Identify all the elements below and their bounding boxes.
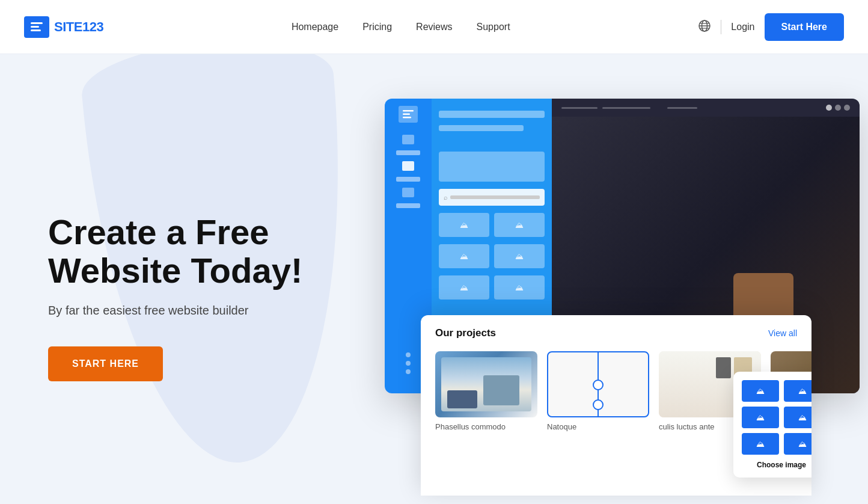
content-spacer <box>439 138 545 144</box>
dot-2 <box>835 105 841 111</box>
picker-thumb-4[interactable]: ⛰ <box>784 407 811 428</box>
project-thumb-2 <box>547 351 649 417</box>
sidebar-dots <box>406 352 411 386</box>
mountain-icon-3: ⛰ <box>756 413 765 422</box>
thumb-2[interactable]: ⛰ <box>494 213 545 237</box>
sidebar-check-3 <box>402 188 414 197</box>
thumb-5[interactable]: ⛰ <box>439 275 489 300</box>
globe-icon[interactable] <box>698 19 711 35</box>
hero-mockup: ⌕ ⛰ ⛰ ⛰ ⛰ ⛰ ⛰ <box>385 99 832 496</box>
dot-1 <box>826 105 832 111</box>
mountain-icon-6: ⛰ <box>798 439 807 449</box>
svg-rect-8 <box>403 110 414 112</box>
thumb-1[interactable]: ⛰ <box>439 213 489 237</box>
hero-content: Create a Free Website Today! By far the … <box>48 213 361 382</box>
preview-nav-bar <box>552 99 860 117</box>
picker-thumb-3[interactable]: ⛰ <box>742 407 779 428</box>
projects-title: Our projects <box>435 327 496 339</box>
svg-rect-0 <box>31 22 43 24</box>
site123-logo-icon <box>24 16 49 38</box>
thumb-6[interactable]: ⛰ <box>494 275 545 300</box>
header: SITE123 Homepage Pricing Reviews Support… <box>0 0 868 54</box>
mountain-icon-2: ⛰ <box>798 386 807 396</box>
login-link[interactable]: Login <box>731 22 754 32</box>
projects-header: Our projects View all <box>435 327 797 339</box>
sidebar-logo <box>399 106 418 123</box>
mountain-icon-5: ⛰ <box>756 439 765 449</box>
content-bar-1 <box>439 111 545 118</box>
svg-rect-1 <box>31 26 39 28</box>
content-placeholder <box>439 152 545 182</box>
logo[interactable]: SITE123 <box>24 16 103 38</box>
slider-handle-top[interactable] <box>593 380 604 390</box>
search-icon-small: ⌕ <box>444 194 448 201</box>
project-card-1: Phasellus commodo <box>435 351 537 431</box>
svg-rect-2 <box>31 29 41 31</box>
nav-pricing[interactable]: Pricing <box>362 22 392 32</box>
content-search[interactable]: ⌕ <box>439 189 545 206</box>
hero-subtitle: By far the easiest free website builder <box>48 304 361 318</box>
project-card-2[interactable]: Natoque <box>547 351 649 431</box>
nav-support[interactable]: Support <box>477 22 510 32</box>
logo-numbers: 123 <box>82 19 103 34</box>
hero-cta-button[interactable]: START HERE <box>48 346 163 381</box>
projects-panel: Our projects View all Phasellus commodo <box>421 315 811 496</box>
picker-thumb-2[interactable]: ⛰ <box>784 380 811 402</box>
search-bar-line <box>450 195 540 199</box>
content-grid-3: ⛰ ⛰ <box>439 275 545 300</box>
nav-divider <box>721 20 721 34</box>
logo-site: SITE <box>54 19 82 34</box>
hero-title: Create a Free Website Today! <box>48 213 361 290</box>
dot-3 <box>844 105 850 111</box>
content-bar-2 <box>439 125 524 131</box>
svg-rect-10 <box>403 117 411 118</box>
main-nav: Homepage Pricing Reviews Support <box>292 22 510 32</box>
start-here-button[interactable]: Start Here <box>765 13 844 41</box>
picker-thumb-1[interactable]: ⛰ <box>742 380 779 402</box>
mountain-icon-4: ⛰ <box>798 413 807 422</box>
nav-line-1 <box>561 107 598 109</box>
nav-line-2 <box>602 107 650 109</box>
image-picker: ⛰ ⛰ ⛰ ⛰ ⛰ ⛰ <box>733 372 811 478</box>
picker-thumb-5[interactable]: ⛰ <box>742 433 779 455</box>
preview-dots <box>826 105 850 111</box>
project-thumb-1 <box>435 351 537 417</box>
content-grid-1: ⛰ ⛰ <box>439 213 545 237</box>
nav-line-3 <box>667 107 697 109</box>
thumb-4[interactable]: ⛰ <box>494 244 545 268</box>
view-all-link[interactable]: View all <box>768 328 797 338</box>
nav-homepage[interactable]: Homepage <box>292 22 338 32</box>
mountain-icon-1: ⛰ <box>756 386 765 396</box>
nav-reviews[interactable]: Reviews <box>416 22 452 32</box>
nav-right: Login Start Here <box>698 13 844 41</box>
sidebar-check-1 <box>402 135 414 144</box>
picker-thumb-6[interactable]: ⛰ <box>784 433 811 455</box>
image-picker-grid: ⛰ ⛰ ⛰ ⛰ ⛰ ⛰ <box>742 380 811 455</box>
image-picker-label: Choose image <box>742 461 811 469</box>
slider-handle-bottom[interactable] <box>593 399 604 410</box>
project-label-1: Phasellus commodo <box>435 422 537 431</box>
hero-section: Create a Free Website Today! By far the … <box>0 54 868 504</box>
svg-rect-9 <box>403 114 410 115</box>
sidebar-check-2 <box>402 161 414 171</box>
content-grid-2: ⛰ ⛰ <box>439 244 545 268</box>
project-label-2: Natoque <box>547 422 649 431</box>
thumb-3[interactable]: ⛰ <box>439 244 489 268</box>
logo-text: SITE123 <box>54 19 103 35</box>
